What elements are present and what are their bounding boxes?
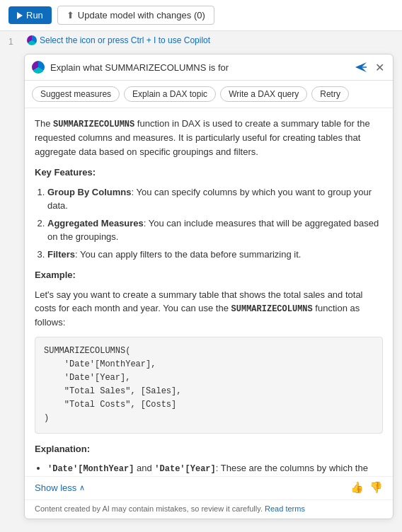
search-input[interactable] xyxy=(50,62,348,73)
chip-explain-dax[interactable]: Explain a DAX topic xyxy=(124,86,216,102)
list-item: 'Date'[MonthYear] and 'Date'[Year]: Thes… xyxy=(47,461,383,476)
suggestion-chips: Suggest measures Explain a DAX topic Wri… xyxy=(25,81,393,108)
key-features-list: Group By Columns: You can specify column… xyxy=(47,185,383,262)
editor-line-row: 1 Select the icon or press Ctrl + I to u… xyxy=(0,31,402,51)
play-icon xyxy=(17,12,23,19)
explanation-heading: Explanation: xyxy=(35,442,383,456)
show-less-label: Show less xyxy=(35,482,76,493)
thumbs-up-icon: 👍 xyxy=(350,481,364,493)
update-model-button[interactable]: ⬆ Update model with changes (0) xyxy=(57,6,214,25)
toolbar: Run ⬆ Update model with changes (0) xyxy=(0,0,402,31)
chip-suggest-measures[interactable]: Suggest measures xyxy=(32,86,120,102)
summarizecolumns-ref-1: SUMMARIZECOLUMNS xyxy=(53,120,134,129)
show-less-row: Show less ∧ 👍 👎 xyxy=(25,476,393,499)
list-item: Filters: You can apply filters to the da… xyxy=(47,248,383,262)
list-item: Group By Columns: You can specify column… xyxy=(47,185,383,213)
show-less-button[interactable]: Show less ∧ xyxy=(35,482,85,493)
line-number: 1 xyxy=(8,35,23,47)
feedback-buttons: 👍 👎 xyxy=(350,481,383,494)
close-button[interactable]: ✕ xyxy=(374,61,386,74)
upload-icon: ⬆ xyxy=(67,10,74,21)
copilot-dot-icon xyxy=(27,35,37,45)
code-block: SUMMARIZECOLUMNS( 'Date'[MonthYear], 'Da… xyxy=(35,337,383,434)
list-item: Aggregated Measures: You can include mea… xyxy=(47,216,383,244)
thumbs-down-icon: 👎 xyxy=(369,481,383,493)
thumbs-up-button[interactable]: 👍 xyxy=(350,481,364,494)
chevron-up-icon: ∧ xyxy=(79,483,85,492)
close-icon: ✕ xyxy=(375,61,384,74)
run-button[interactable]: Run xyxy=(8,6,52,24)
copilot-hint-text: Select the icon or press Ctrl + I to use… xyxy=(40,35,210,45)
footer-note-text: Content created by AI may contain mistak… xyxy=(35,504,263,513)
copilot-hint: Select the icon or press Ctrl + I to use… xyxy=(27,35,210,45)
example-heading: Example: xyxy=(35,268,383,282)
example-intro: Let's say you want to create a summary t… xyxy=(35,288,383,330)
footer-note: Content created by AI may contain mistak… xyxy=(25,499,393,519)
chip-retry[interactable]: Retry xyxy=(311,86,349,102)
copilot-panel: ✕ Suggest measures Explain a DAX topic W… xyxy=(24,54,394,519)
summarizecolumns-ref-2: SUMMARIZECOLUMNS xyxy=(231,304,313,314)
send-button[interactable] xyxy=(354,60,368,74)
run-label: Run xyxy=(26,10,43,21)
search-bar: ✕ xyxy=(25,54,393,81)
update-label: Update model with changes (0) xyxy=(78,10,205,21)
copilot-logo-icon xyxy=(32,61,45,74)
send-icon xyxy=(354,60,368,74)
explanation-list: 'Date'[MonthYear] and 'Date'[Year]: Thes… xyxy=(47,461,383,476)
read-terms-link[interactable]: Read terms xyxy=(265,504,305,513)
thumbs-down-button[interactable]: 👎 xyxy=(369,481,383,494)
intro-text: The SUMMARIZECOLUMNS function in DAX is … xyxy=(35,117,383,158)
key-features-heading: Key Features: xyxy=(35,166,383,180)
copilot-content: The SUMMARIZECOLUMNS function in DAX is … xyxy=(25,108,393,476)
chip-write-dax[interactable]: Write a DAX query xyxy=(220,86,307,102)
